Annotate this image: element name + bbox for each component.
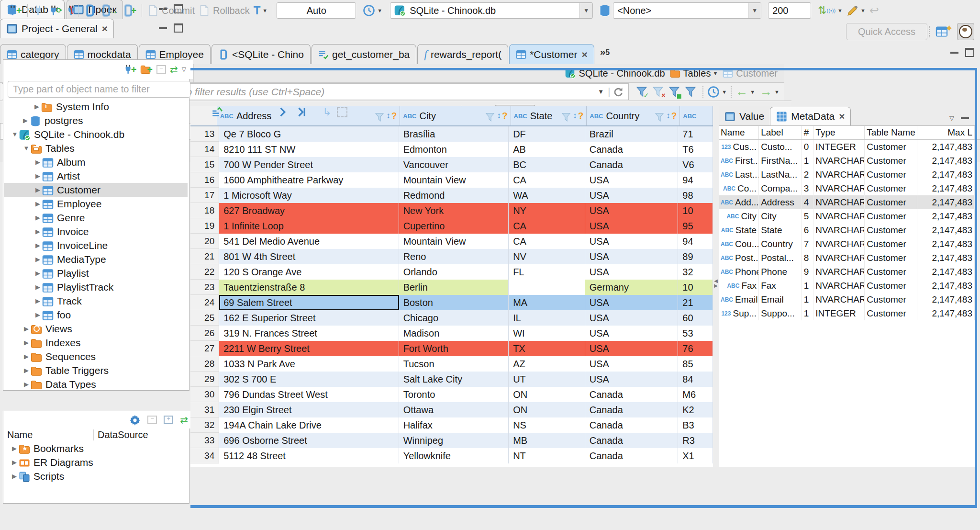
cell-postal[interactable]: X1 [678, 448, 713, 463]
cell-postal[interactable]: 53 [678, 326, 713, 341]
panel-sash[interactable]: ◀ ▶ [713, 106, 719, 467]
row-number[interactable]: 16 [190, 172, 219, 188]
metadata-column-max-l[interactable]: Max L [917, 126, 975, 139]
metadata-column-type[interactable]: Type [813, 126, 865, 139]
collapse-icon[interactable]: − [147, 416, 157, 424]
tree-item-data-types[interactable]: ▶Data Types [4, 377, 188, 389]
cell-city[interactable]: Brasília [399, 126, 509, 142]
cell-city[interactable]: Fort Worth [399, 341, 509, 356]
row-number[interactable]: 15 [190, 157, 219, 172]
tree-expander-icon[interactable]: ▶ [22, 381, 31, 388]
cell-state[interactable]: NY [509, 203, 585, 218]
tree-expander-icon[interactable]: ▶ [33, 103, 41, 110]
cell-postal[interactable]: 10 [678, 280, 713, 295]
cell-address[interactable]: 120 S Orange Ave [219, 264, 399, 280]
custom-filter-icon[interactable] [685, 86, 696, 98]
row-number[interactable]: 30 [190, 387, 219, 402]
cell-address[interactable]: 319 N. Frances Street [219, 326, 399, 341]
table-perspective-icon[interactable]: ✦ [935, 25, 953, 38]
row-number[interactable]: 26 [190, 326, 219, 341]
tree-expander-icon[interactable]: ▶ [33, 242, 42, 249]
cell-state[interactable]: ON [509, 402, 585, 417]
cell-city[interactable]: Winnipeg [399, 433, 509, 448]
cell-city[interactable]: Boston [399, 295, 509, 310]
cell-address[interactable]: 700 W Pender Street [219, 157, 399, 172]
commit-button[interactable]: Commit [147, 5, 195, 16]
cell-city[interactable]: Vancouver [399, 157, 509, 172]
tree-expander-icon[interactable]: ▶ [33, 158, 42, 166]
row-number[interactable]: 20 [190, 234, 219, 249]
row-number[interactable]: 18 [190, 203, 219, 218]
cell-address[interactable]: 162 E Superior Street [219, 310, 399, 326]
cell-postal[interactable]: 84 [678, 372, 713, 387]
close-icon[interactable]: × [102, 23, 108, 34]
row-number[interactable]: 17 [190, 188, 219, 203]
tree-expander-icon[interactable]: ▶ [21, 117, 30, 124]
history-button[interactable]: ▼ [363, 4, 382, 17]
metadata-row-email[interactable]: ABCEmailEmail1NVARCHARCustomer2,147,483 [719, 293, 975, 306]
cell-state[interactable]: MA [509, 295, 585, 310]
cell-state[interactable]: BC [509, 157, 585, 172]
cell-postal[interactable]: 21 [678, 295, 713, 310]
cell-postal[interactable]: 32 [678, 264, 713, 280]
column-help-icon[interactable]: ? [671, 111, 677, 121]
cell-country[interactable]: Brazil [585, 126, 679, 142]
cell-postal[interactable]: 94 [678, 234, 713, 249]
metadata-row-custo-[interactable]: 123Cus...Custo...0INTEGERCustomer2,147,4… [719, 140, 975, 154]
metadata-column-name[interactable]: Name [719, 126, 759, 139]
cell-state[interactable]: TX [509, 341, 585, 356]
cell-state[interactable]: ON [509, 387, 585, 402]
cell-postal[interactable]: K2 [678, 402, 713, 417]
tree-expander-icon[interactable]: ▶ [33, 228, 42, 235]
cell-postal[interactable]: 76 [678, 341, 713, 356]
tree-expander-icon[interactable]: ▶ [22, 325, 31, 332]
auto-refresh-icon[interactable]: ▼ [707, 86, 727, 98]
column-sort-icon[interactable]: ↕ [666, 111, 670, 121]
disconnect-button[interactable]: \ [66, 4, 73, 17]
metadata-row-country[interactable]: ABCCou...Country7NVARCHARCustomer2,147,4… [719, 237, 975, 251]
cell-state[interactable]: CA [509, 218, 585, 234]
cell-postal[interactable]: T6 [678, 142, 713, 157]
metadata-row-firstna-[interactable]: ABCFirst...FirstNa...1NVARCHARCustomer2,… [719, 154, 975, 168]
tree-item-album[interactable]: ▶Album [4, 155, 188, 169]
column-help-icon[interactable]: ? [391, 111, 397, 121]
cell-country[interactable]: USA [585, 310, 679, 326]
zoom-cell-icon[interactable] [337, 107, 347, 117]
project-item-bookmarks[interactable]: ▶★Bookmarks [3, 441, 188, 455]
row-number[interactable]: 13 [190, 126, 219, 142]
tree-expander-icon[interactable]: ▶ [22, 367, 31, 374]
cell-state[interactable]: CA [509, 234, 585, 249]
cell-postal[interactable]: 98 [678, 188, 713, 203]
row-number[interactable]: 14 [190, 142, 219, 157]
column-header-state[interactable]: ABCState↕? [511, 106, 587, 125]
cell-country[interactable]: Germany [585, 280, 679, 295]
cell-country[interactable]: USA [585, 188, 679, 203]
cell-postal[interactable]: 85 [678, 356, 713, 372]
row-number[interactable]: 22 [190, 264, 219, 280]
metadata-row-suppo-[interactable]: 123Sup...Suppo...1INTEGERCustomer2,147,4… [719, 306, 975, 320]
cell-address[interactable]: 2211 W Berry Street [219, 341, 399, 356]
cell-postal[interactable]: R3 [678, 433, 713, 448]
view-menu-icon[interactable]: ▽ [949, 114, 954, 122]
metadata-row-lastna-[interactable]: ABCLast...LastNa...2NVARCHARCustomer2,14… [719, 168, 975, 181]
cell-postal[interactable]: M6 [678, 387, 713, 402]
tree-item-employee[interactable]: ▶Employee [4, 197, 188, 211]
metadata-row-state[interactable]: ABCStateState6NVARCHARCustomer2,147,483 [719, 223, 975, 237]
tree-item-postgres[interactable]: ▶postgres [4, 113, 188, 127]
project-item-scripts[interactable]: ▶Scripts [3, 469, 188, 483]
tab-metadata[interactable]: MetaData× [770, 107, 851, 125]
tree-item-foo[interactable]: ▶foo [4, 308, 188, 322]
column-name[interactable]: Name [3, 429, 93, 440]
tree-item-playlist[interactable]: ▶Playlist [4, 266, 188, 280]
cell-address[interactable]: 1033 N Park Ave [219, 356, 399, 372]
editor-tab--customer[interactable]: *Customer× [509, 44, 594, 64]
row-number[interactable]: 33 [190, 433, 219, 448]
row-number[interactable]: 19 [190, 218, 219, 234]
metadata-column-table-name[interactable]: Table Name [865, 126, 917, 139]
metadata-row-postal-[interactable]: ABCPost...Postal...8NVARCHARCustomer2,14… [719, 251, 975, 265]
cell-address[interactable]: 8210 111 ST NW [219, 142, 399, 157]
cell-country[interactable]: Canada [585, 157, 679, 172]
settings-gear-icon[interactable] [129, 414, 141, 426]
cell-city[interactable]: Mountain View [399, 172, 509, 188]
cell-country[interactable]: Canada [585, 433, 679, 448]
